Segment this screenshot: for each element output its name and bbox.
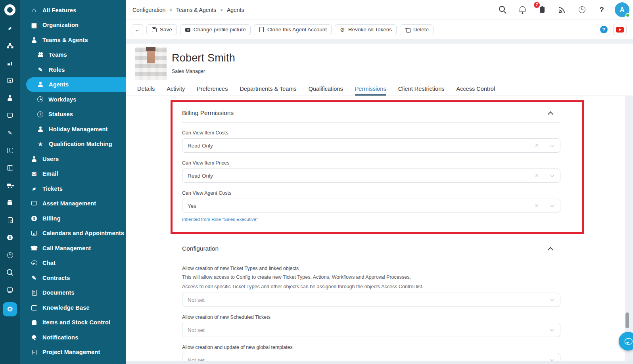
tab-activity[interactable]: Activity <box>167 86 185 96</box>
clone-icon <box>259 27 265 33</box>
sidebar-item-label: Notifications <box>42 334 78 341</box>
clone-agent-account-button[interactable]: Clone this Agent Account <box>254 24 332 35</box>
strip-users[interactable] <box>5 93 15 103</box>
monitor-icon <box>31 200 37 207</box>
sidebar-item-users[interactable]: Users <box>20 151 126 167</box>
strip-remote[interactable] <box>5 285 15 295</box>
strip-tickets[interactable] <box>5 23 15 33</box>
tab-details[interactable]: Details <box>137 86 155 96</box>
strip-documents[interactable] <box>5 163 15 173</box>
tab-label: Client Restrictions <box>398 86 445 92</box>
dropdown-chevron-icon[interactable] <box>544 169 560 182</box>
collapse-billing-section-icon[interactable] <box>548 111 553 117</box>
dropdown-select[interactable]: Not set <box>182 323 560 337</box>
back-button[interactable] <box>132 24 143 35</box>
sidebar-item-email[interactable]: Email <box>20 167 126 182</box>
strip-assets[interactable] <box>5 110 15 121</box>
dropdown-select[interactable]: Not set <box>182 293 560 307</box>
dropdown-select[interactable]: Yes <box>182 199 560 213</box>
sidebar-item-organization[interactable]: Organization <box>20 18 126 33</box>
sidebar-item-documents[interactable]: Documents <box>20 285 126 301</box>
dropdown-chevron-icon[interactable] <box>544 199 560 213</box>
sidebar-item-label: Items and Stock Control <box>42 319 110 326</box>
strip-suppliers[interactable] <box>5 180 15 190</box>
inherited-from-role-link[interactable]: Inherited from Role "Sales Executive" <box>182 217 258 222</box>
strip-billing[interactable] <box>5 232 15 243</box>
tab-client-restrictions[interactable]: Client Restrictions <box>398 86 445 96</box>
dropdown-select[interactable]: Read Only <box>182 138 560 153</box>
tasks-button[interactable]: 7 <box>538 6 547 14</box>
help-menu-button[interactable] <box>597 6 606 14</box>
save-button[interactable]: Save <box>146 24 177 35</box>
tab-access-control[interactable]: Access Control <box>456 86 495 96</box>
breadcrumb-teams-and-agents[interactable]: Teams & Agents <box>176 7 216 13</box>
sidebar-item-workdays[interactable]: Workdays <box>20 92 126 107</box>
breadcrumb-configuration[interactable]: Configuration <box>132 7 165 13</box>
collapse-configuration-section-icon[interactable] <box>548 247 553 253</box>
tab-label: Preferences <box>197 86 228 92</box>
sidebar-item-roles[interactable]: Roles <box>20 62 126 77</box>
editdoc-icon <box>31 275 37 281</box>
feed-button[interactable] <box>558 6 566 14</box>
sidebar-item-call-management[interactable]: Call Management <box>20 241 126 256</box>
selected-value: Read Only <box>188 143 530 149</box>
delete-button[interactable]: Delete <box>400 24 434 35</box>
global-search-button[interactable] <box>498 6 507 14</box>
halo-logo[interactable] <box>5 4 15 16</box>
revoke-icon <box>340 27 345 33</box>
sidebar-item-notifications[interactable]: Notifications <box>20 330 126 345</box>
tab-preferences[interactable]: Preferences <box>197 86 228 96</box>
sidebar-item-tickets[interactable]: Tickets <box>20 181 126 196</box>
tab-departments-and-teams[interactable]: Departments & Teams <box>240 86 296 96</box>
clear-value-icon[interactable] <box>530 172 544 179</box>
recent-items-button[interactable] <box>577 6 586 14</box>
tab-permissions[interactable]: Permissions <box>355 86 386 96</box>
dropdown-chevron-icon[interactable] <box>544 323 560 337</box>
people-icon <box>37 52 44 58</box>
sidebar-item-contracts[interactable]: Contracts <box>20 270 126 285</box>
strip-knowledge[interactable] <box>5 145 15 155</box>
doc-icon <box>31 289 37 296</box>
field-label: Can View Agent Costs <box>182 190 560 196</box>
change-profile-picture-button[interactable]: Change profile picture <box>180 24 251 35</box>
strip-search[interactable] <box>5 267 15 278</box>
sidebar-item-project-management[interactable]: Project Management <box>20 345 126 360</box>
sidebar-item-calendars-and-appointments[interactable]: Calendars and Appointments <box>20 226 126 241</box>
sidebar-item-all-features[interactable]: All Features <box>20 3 126 18</box>
strip-organization[interactable] <box>5 40 15 51</box>
sidebar-item-chat[interactable]: Chat <box>20 256 126 271</box>
user-avatar[interactable]: A <box>615 2 629 17</box>
strip-stock[interactable] <box>5 197 15 208</box>
clear-value-icon[interactable] <box>530 142 544 149</box>
sidebar-item-holiday-management[interactable]: Holiday Management <box>20 122 126 137</box>
sidebar-item-qualification-matching[interactable]: Qualification Matching <box>20 137 126 152</box>
dropdown-select[interactable]: Read Only <box>182 169 560 183</box>
clear-value-icon[interactable] <box>530 202 544 209</box>
dropdown-chevron-icon[interactable] <box>544 139 560 152</box>
strip-contracts[interactable] <box>5 128 15 138</box>
youtube-button[interactable] <box>613 24 627 35</box>
tab-qualifications[interactable]: Qualifications <box>309 86 343 96</box>
dropdown-chevron-icon[interactable] <box>544 293 560 307</box>
sidebar-item-teams-and-agents[interactable]: Teams & Agents <box>20 33 126 48</box>
help-button[interactable] <box>597 24 610 35</box>
sidebar-item-label: Asset Management <box>42 200 96 207</box>
sidebar-item-asset-management[interactable]: Asset Management <box>20 196 126 211</box>
strip-time[interactable] <box>5 250 15 260</box>
sidebar-item-statuses[interactable]: Statuses <box>20 107 126 122</box>
revoke-all-tokens-button[interactable]: Revoke All Tokens <box>335 24 397 35</box>
scrollbar-thumb[interactable] <box>625 312 629 328</box>
strip-reports[interactable] <box>5 58 15 68</box>
sidebar-item-items-and-stock-control[interactable]: Items and Stock Control <box>20 315 126 330</box>
sidebar-item-knowledge-base[interactable]: Knowledge Base <box>20 300 126 315</box>
strip-calendar[interactable] <box>5 75 15 86</box>
strip-configuration[interactable] <box>3 302 17 316</box>
strip-audit[interactable] <box>5 215 15 225</box>
sidebar-item-agents[interactable]: Agents <box>26 77 126 92</box>
breadcrumb-agents[interactable]: Agents <box>227 7 244 13</box>
selected-value: Not set <box>188 297 544 303</box>
sidebar-item-billing[interactable]: Billing <box>20 211 126 226</box>
notifications-button[interactable] <box>518 6 527 14</box>
profile-tabs: Details Activity Preferences Departments… <box>137 86 495 96</box>
sidebar-item-teams[interactable]: Teams <box>20 48 126 63</box>
